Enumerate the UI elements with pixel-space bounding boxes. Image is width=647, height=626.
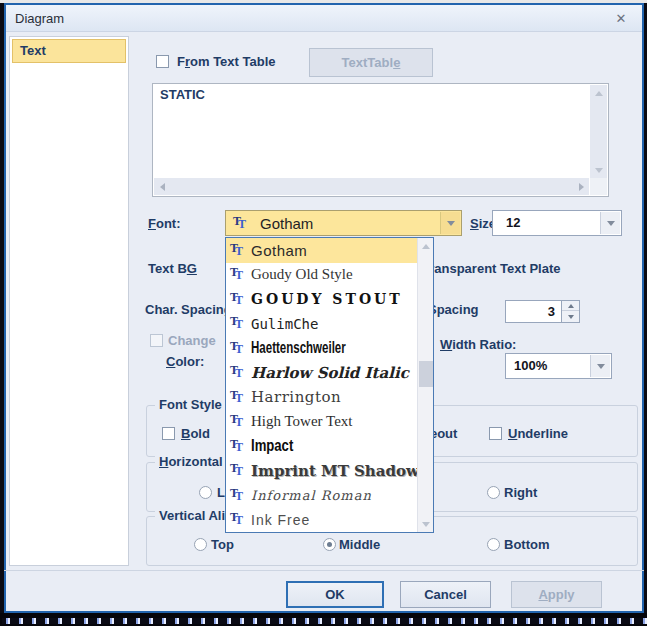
middle-radio[interactable] [323,538,336,551]
scrollbar-corner [590,178,607,195]
width-ratio-label: Width Ratio: [440,337,516,352]
bold-checkbox[interactable] [162,427,175,440]
scroll-up-icon[interactable] [590,85,607,101]
size-combobox-arrow-icon[interactable] [600,212,620,234]
right-radio[interactable] [487,486,500,499]
vertical-scrollbar[interactable] [590,85,607,178]
truetype-icon: TT [229,510,248,529]
spinner-up-icon[interactable] [562,301,579,311]
size-combobox-value: 12 [506,215,520,230]
scroll-up-icon[interactable] [418,238,434,254]
screen: Diagram ✕ Text From Text Table TextTable… [0,0,647,626]
font-option[interactable]: TT Gotham [226,238,417,263]
font-combobox-value: Gotham [260,215,313,232]
font-option[interactable]: TT Informal Roman [226,483,417,508]
footer-divider [4,570,644,571]
truetype-icon: TT [232,214,251,233]
truetype-icon: TT [229,486,248,505]
left-radio[interactable] [199,486,212,499]
font-label: Font: [148,216,181,231]
scrollbar-thumb[interactable] [419,361,433,387]
width-ratio-value: 100% [514,358,547,373]
scroll-down-icon[interactable] [590,162,607,178]
ok-button-label: OK [325,587,345,602]
apply-button-label: Apply [538,587,574,602]
from-text-table-checkbox[interactable] [156,55,169,68]
truetype-icon: TT [229,461,248,480]
spinner-down-icon[interactable] [562,312,579,322]
truetype-icon: TT [229,314,248,333]
truetype-icon: TT [229,363,248,382]
font-option[interactable]: TT Goudy Stout [226,287,417,312]
top-radio[interactable] [194,538,207,551]
scroll-down-icon[interactable] [418,516,434,532]
truetype-icon: TT [229,388,248,407]
change-checkbox [150,334,163,347]
size-combobox[interactable]: 12 [492,210,622,236]
category-sidebar: Text [9,36,129,566]
spacing-label: Spacing [428,302,479,317]
font-option[interactable]: TT High Tower Text [226,410,417,435]
scroll-left-icon[interactable] [154,178,170,195]
text-input[interactable]: STATIC [152,83,609,197]
change-label: Change [168,333,216,348]
middle-label[interactable]: Middle [339,537,380,552]
font-style-legend: Font Style [155,397,226,412]
bottom-label[interactable]: Bottom [504,537,550,552]
dropdown-scrollbar[interactable] [417,238,433,532]
font-dropdown-list: TT Gotham TT Goudy Old Style TT Goudy St… [225,237,434,533]
font-option[interactable]: TT Harrington [226,385,417,410]
char-spacing-label: Char. Spacing [145,302,232,317]
top-label[interactable]: Top [211,537,234,552]
texttable-button[interactable]: TextTable [309,48,433,77]
apply-button[interactable]: Apply [511,581,602,608]
background-ruler-ticks [2,618,647,624]
text-bg-label: Text BG [148,261,197,276]
background-app-strip [0,613,647,626]
sidebar-item-text[interactable]: Text [12,39,126,63]
font-combobox[interactable]: TT Gotham [225,210,462,236]
cancel-button[interactable]: Cancel [400,581,491,608]
horizontal-scrollbar[interactable] [154,178,589,195]
from-text-table-label[interactable]: From Text Table [177,54,276,69]
font-option[interactable]: TT Imprint MT Shadow [226,459,417,484]
font-option[interactable]: TT Ink Free [226,508,417,533]
right-label[interactable]: Right [504,485,537,500]
truetype-icon: TT [229,290,248,309]
underline-checkbox[interactable] [489,427,502,440]
font-option[interactable]: TT Harlow Solid Italic [226,361,417,386]
close-icon[interactable]: ✕ [606,5,636,31]
spacing-value: 3 [548,304,555,319]
truetype-icon: TT [229,265,248,284]
dialog-title: Diagram [15,11,64,26]
font-option[interactable]: TT Goudy Old Style [226,263,417,288]
bold-label[interactable]: Bold [181,426,210,441]
font-option[interactable]: TT GulimChe [226,312,417,337]
truetype-icon: TT [229,437,248,456]
truetype-icon: TT [229,241,248,260]
ok-button[interactable]: OK [286,581,384,608]
truetype-icon: TT [229,339,248,358]
width-ratio-combobox[interactable]: 100% [505,353,612,379]
texttable-button-label: TextTable [342,55,401,70]
underline-label[interactable]: Underline [508,426,568,441]
text-input-value: STATIC [160,87,205,102]
font-option[interactable]: TT Impact [226,434,417,459]
spacing-spinner[interactable]: 3 [505,300,580,323]
font-option[interactable]: TT Haettenschweiler [226,336,417,361]
cancel-button-label: Cancel [424,587,467,602]
width-ratio-arrow-icon[interactable] [590,355,610,377]
color-label: Color: [166,354,204,369]
font-combobox-arrow-icon[interactable] [440,212,460,234]
bottom-radio[interactable] [487,538,500,551]
title-bar[interactable]: Diagram ✕ [6,5,642,32]
scroll-right-icon[interactable] [573,178,589,195]
truetype-icon: TT [229,412,248,431]
transparent-text-plate-label[interactable]: Transparent Text Plate [422,261,560,276]
